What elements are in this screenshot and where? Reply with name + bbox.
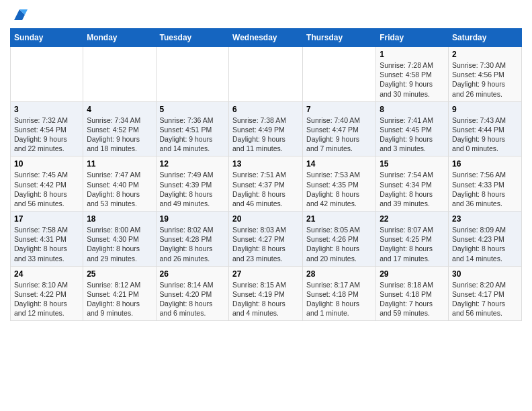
- day-cell: 8Sunrise: 7:41 AMSunset: 4:45 PMDaylight…: [376, 101, 449, 156]
- week-row-1: 1Sunrise: 7:28 AMSunset: 4:58 PMDaylight…: [11, 47, 522, 102]
- day-cell: 24Sunrise: 8:10 AMSunset: 4:22 PMDayligh…: [11, 266, 83, 321]
- day-number: 10: [14, 159, 79, 169]
- day-number: 30: [452, 269, 518, 279]
- day-info: Sunrise: 7:45 AMSunset: 4:42 PMDaylight:…: [14, 170, 79, 208]
- day-cell: 15Sunrise: 7:54 AMSunset: 4:34 PMDayligh…: [376, 156, 449, 212]
- day-cell: 13Sunrise: 7:51 AMSunset: 4:37 PMDayligh…: [229, 156, 303, 212]
- header-wednesday: Wednesday: [229, 29, 303, 47]
- day-info: Sunrise: 7:47 AMSunset: 4:40 PMDaylight:…: [87, 170, 152, 208]
- day-number: 2: [452, 50, 518, 59]
- day-number: 12: [160, 159, 226, 169]
- day-info: Sunrise: 8:15 AMSunset: 4:19 PMDaylight:…: [232, 280, 299, 318]
- day-cell: 26Sunrise: 8:14 AMSunset: 4:20 PMDayligh…: [156, 266, 229, 321]
- day-number: 5: [160, 105, 226, 114]
- day-number: 3: [14, 105, 79, 114]
- day-cell: [156, 47, 229, 102]
- day-cell: [303, 47, 376, 102]
- day-number: 17: [14, 214, 79, 224]
- day-number: 28: [306, 269, 372, 279]
- day-cell: 25Sunrise: 8:12 AMSunset: 4:21 PMDayligh…: [83, 266, 156, 321]
- page: SundayMondayTuesdayWednesdayThursdayFrid…: [0, 0, 532, 411]
- day-info: Sunrise: 7:53 AMSunset: 4:35 PMDaylight:…: [306, 170, 372, 208]
- day-cell: 11Sunrise: 7:47 AMSunset: 4:40 PMDayligh…: [83, 156, 156, 212]
- week-row-3: 10Sunrise: 7:45 AMSunset: 4:42 PMDayligh…: [11, 156, 522, 212]
- day-cell: 29Sunrise: 8:18 AMSunset: 4:18 PMDayligh…: [376, 266, 449, 321]
- day-cell: 16Sunrise: 7:56 AMSunset: 4:33 PMDayligh…: [449, 156, 522, 212]
- day-info: Sunrise: 7:32 AMSunset: 4:54 PMDaylight:…: [14, 116, 79, 154]
- day-cell: 17Sunrise: 7:58 AMSunset: 4:31 PMDayligh…: [11, 212, 83, 267]
- day-info: Sunrise: 7:43 AMSunset: 4:44 PMDaylight:…: [452, 116, 518, 154]
- day-number: 1: [380, 50, 445, 59]
- day-cell: 14Sunrise: 7:53 AMSunset: 4:35 PMDayligh…: [303, 156, 376, 212]
- day-cell: 3Sunrise: 7:32 AMSunset: 4:54 PMDaylight…: [11, 101, 83, 156]
- day-cell: 2Sunrise: 7:30 AMSunset: 4:56 PMDaylight…: [449, 47, 522, 102]
- day-info: Sunrise: 8:14 AMSunset: 4:20 PMDaylight:…: [160, 280, 226, 318]
- week-row-4: 17Sunrise: 7:58 AMSunset: 4:31 PMDayligh…: [11, 212, 522, 267]
- day-info: Sunrise: 7:51 AMSunset: 4:37 PMDaylight:…: [232, 170, 299, 208]
- day-number: 14: [306, 159, 372, 169]
- day-number: 27: [232, 269, 299, 279]
- day-number: 11: [87, 159, 152, 169]
- header-sunday: Sunday: [11, 29, 83, 47]
- day-cell: 6Sunrise: 7:38 AMSunset: 4:49 PMDaylight…: [229, 101, 303, 156]
- week-row-2: 3Sunrise: 7:32 AMSunset: 4:54 PMDaylight…: [11, 101, 522, 156]
- day-info: Sunrise: 8:20 AMSunset: 4:17 PMDaylight:…: [452, 280, 518, 318]
- day-info: Sunrise: 8:07 AMSunset: 4:25 PMDaylight:…: [380, 225, 445, 263]
- day-info: Sunrise: 8:12 AMSunset: 4:21 PMDaylight:…: [87, 280, 152, 318]
- day-cell: 1Sunrise: 7:28 AMSunset: 4:58 PMDaylight…: [376, 47, 449, 102]
- day-info: Sunrise: 8:09 AMSunset: 4:23 PMDaylight:…: [452, 225, 518, 263]
- day-cell: 9Sunrise: 7:43 AMSunset: 4:44 PMDaylight…: [449, 101, 522, 156]
- day-info: Sunrise: 8:03 AMSunset: 4:27 PMDaylight:…: [232, 225, 299, 263]
- day-number: 21: [306, 214, 372, 224]
- day-info: Sunrise: 8:05 AMSunset: 4:26 PMDaylight:…: [306, 225, 372, 263]
- day-info: Sunrise: 7:36 AMSunset: 4:51 PMDaylight:…: [160, 116, 226, 154]
- calendar-header-row: SundayMondayTuesdayWednesdayThursdayFrid…: [11, 29, 522, 47]
- header-friday: Friday: [376, 29, 449, 47]
- day-number: 8: [380, 105, 445, 114]
- day-cell: 23Sunrise: 8:09 AMSunset: 4:23 PMDayligh…: [449, 212, 522, 267]
- day-info: Sunrise: 8:10 AMSunset: 4:22 PMDaylight:…: [14, 280, 79, 318]
- day-number: 4: [87, 105, 152, 114]
- logo-icon: [11, 7, 28, 23]
- day-info: Sunrise: 7:41 AMSunset: 4:45 PMDaylight:…: [380, 116, 445, 154]
- day-number: 13: [232, 159, 299, 169]
- logo: [10, 7, 28, 23]
- header-thursday: Thursday: [303, 29, 376, 47]
- day-number: 19: [160, 214, 226, 224]
- day-info: Sunrise: 8:18 AMSunset: 4:18 PMDaylight:…: [380, 280, 445, 318]
- day-info: Sunrise: 7:56 AMSunset: 4:33 PMDaylight:…: [452, 170, 518, 208]
- day-cell: 18Sunrise: 8:00 AMSunset: 4:30 PMDayligh…: [83, 212, 156, 267]
- header-tuesday: Tuesday: [156, 29, 229, 47]
- day-cell: 28Sunrise: 8:17 AMSunset: 4:18 PMDayligh…: [303, 266, 376, 321]
- day-number: 18: [87, 214, 152, 224]
- day-info: Sunrise: 7:38 AMSunset: 4:49 PMDaylight:…: [232, 116, 299, 154]
- week-row-5: 24Sunrise: 8:10 AMSunset: 4:22 PMDayligh…: [11, 266, 522, 321]
- day-cell: 7Sunrise: 7:40 AMSunset: 4:47 PMDaylight…: [303, 101, 376, 156]
- day-number: 16: [452, 159, 518, 169]
- day-number: 26: [160, 269, 226, 279]
- day-info: Sunrise: 7:54 AMSunset: 4:34 PMDaylight:…: [380, 170, 445, 208]
- day-number: 20: [232, 214, 299, 224]
- day-number: 9: [452, 105, 518, 114]
- day-info: Sunrise: 8:02 AMSunset: 4:28 PMDaylight:…: [160, 225, 226, 263]
- day-cell: 19Sunrise: 8:02 AMSunset: 4:28 PMDayligh…: [156, 212, 229, 267]
- day-info: Sunrise: 8:00 AMSunset: 4:30 PMDaylight:…: [87, 225, 152, 263]
- day-number: 25: [87, 269, 152, 279]
- day-cell: 27Sunrise: 8:15 AMSunset: 4:19 PMDayligh…: [229, 266, 303, 321]
- day-info: Sunrise: 7:58 AMSunset: 4:31 PMDaylight:…: [14, 225, 79, 263]
- header: [10, 7, 522, 23]
- day-cell: 12Sunrise: 7:49 AMSunset: 4:39 PMDayligh…: [156, 156, 229, 212]
- day-cell: 22Sunrise: 8:07 AMSunset: 4:25 PMDayligh…: [376, 212, 449, 267]
- day-cell: 10Sunrise: 7:45 AMSunset: 4:42 PMDayligh…: [11, 156, 83, 212]
- day-cell: [11, 47, 83, 102]
- calendar-table: SundayMondayTuesdayWednesdayThursdayFrid…: [10, 28, 522, 321]
- day-number: 15: [380, 159, 445, 169]
- day-info: Sunrise: 7:40 AMSunset: 4:47 PMDaylight:…: [306, 116, 372, 154]
- day-cell: 21Sunrise: 8:05 AMSunset: 4:26 PMDayligh…: [303, 212, 376, 267]
- day-cell: 4Sunrise: 7:34 AMSunset: 4:52 PMDaylight…: [83, 101, 156, 156]
- day-info: Sunrise: 7:34 AMSunset: 4:52 PMDaylight:…: [87, 116, 152, 154]
- day-cell: 30Sunrise: 8:20 AMSunset: 4:17 PMDayligh…: [449, 266, 522, 321]
- day-number: 29: [380, 269, 445, 279]
- day-number: 22: [380, 214, 445, 224]
- day-info: Sunrise: 7:30 AMSunset: 4:56 PMDaylight:…: [452, 60, 518, 99]
